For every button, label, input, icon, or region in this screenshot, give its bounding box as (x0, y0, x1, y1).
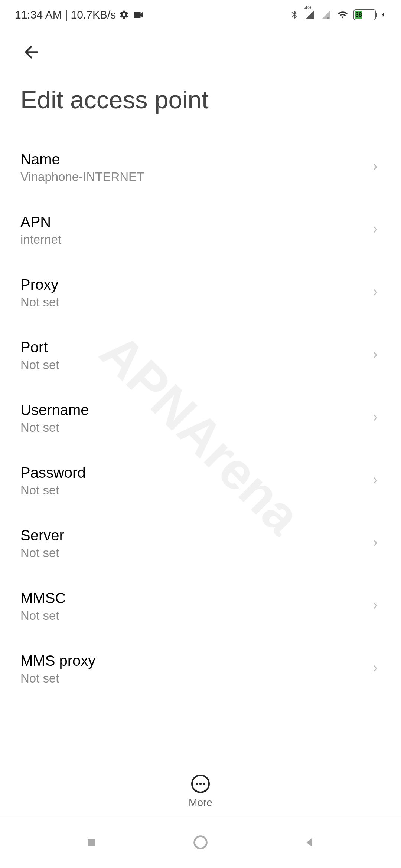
back-button[interactable] (20, 41, 43, 63)
setting-value: Not set (20, 483, 86, 497)
chevron-right-icon (370, 410, 381, 427)
wifi-icon (336, 10, 349, 20)
status-separator: | (65, 9, 68, 21)
setting-name[interactable]: Name Vinaphone-INTERNET (0, 136, 401, 199)
status-left: 11:34 AM | 10.7KB/s (15, 9, 144, 21)
setting-label: Password (20, 464, 86, 481)
chevron-right-icon (370, 660, 381, 678)
nav-back-button[interactable] (291, 824, 328, 861)
navigation-bar (0, 816, 401, 868)
nav-home-button[interactable] (182, 824, 219, 861)
setting-value: Vinaphone-INTERNET (20, 170, 144, 184)
svg-point-1 (194, 836, 206, 848)
status-time: 11:34 AM (15, 9, 62, 21)
signal-4g-icon: 4G (304, 10, 316, 20)
signal-no-sim-icon (320, 10, 332, 20)
nav-recents-button[interactable] (73, 824, 110, 861)
setting-label: Port (20, 339, 59, 356)
setting-label: Server (20, 527, 64, 544)
back-section (0, 30, 401, 70)
bluetooth-icon (290, 9, 299, 20)
setting-value: Not set (20, 546, 64, 560)
more-dot-icon (196, 783, 198, 785)
setting-mmsc[interactable]: MMSC Not set (0, 575, 401, 638)
setting-mms-proxy[interactable]: MMS proxy Not set (0, 638, 401, 700)
bottom-action-bar: More (0, 771, 401, 809)
chevron-right-icon (370, 221, 381, 239)
battery-level: 38 (355, 11, 362, 19)
setting-apn[interactable]: APN internet (0, 199, 401, 262)
chevron-right-icon (370, 535, 381, 553)
setting-label: APN (20, 214, 61, 230)
charging-icon (380, 10, 386, 20)
battery-icon: 38 (353, 9, 376, 20)
settings-list: Name Vinaphone-INTERNET APN internet Pro… (0, 136, 401, 700)
page-title: Edit access point (0, 70, 401, 136)
chevron-right-icon (370, 472, 381, 490)
chevron-right-icon (370, 598, 381, 615)
more-dot-icon (203, 783, 205, 785)
setting-label: MMSC (20, 590, 66, 606)
setting-value: Not set (20, 609, 66, 623)
setting-value: Not set (20, 671, 95, 685)
chevron-right-icon (370, 284, 381, 302)
more-label: More (189, 797, 212, 809)
setting-label: Username (20, 402, 89, 418)
status-bar: 11:34 AM | 10.7KB/s 4G (0, 0, 401, 30)
setting-port[interactable]: Port Not set (0, 324, 401, 387)
svg-rect-0 (88, 839, 95, 846)
setting-value: Not set (20, 295, 59, 309)
settings-gear-icon (119, 10, 129, 20)
status-right: 4G 38 (290, 9, 386, 20)
chevron-right-icon (370, 159, 381, 177)
setting-value: internet (20, 233, 61, 247)
more-button[interactable] (191, 775, 210, 793)
setting-label: MMS proxy (20, 652, 95, 669)
setting-label: Proxy (20, 276, 59, 293)
video-camera-icon (132, 9, 144, 21)
chevron-right-icon (370, 347, 381, 365)
setting-username[interactable]: Username Not set (0, 387, 401, 450)
setting-value: Not set (20, 358, 59, 372)
more-dot-icon (199, 783, 202, 785)
setting-password[interactable]: Password Not set (0, 450, 401, 512)
setting-proxy[interactable]: Proxy Not set (0, 262, 401, 324)
setting-value: Not set (20, 421, 89, 435)
setting-label: Name (20, 151, 144, 168)
setting-server[interactable]: Server Not set (0, 512, 401, 575)
status-speed: 10.7KB/s (71, 9, 116, 21)
